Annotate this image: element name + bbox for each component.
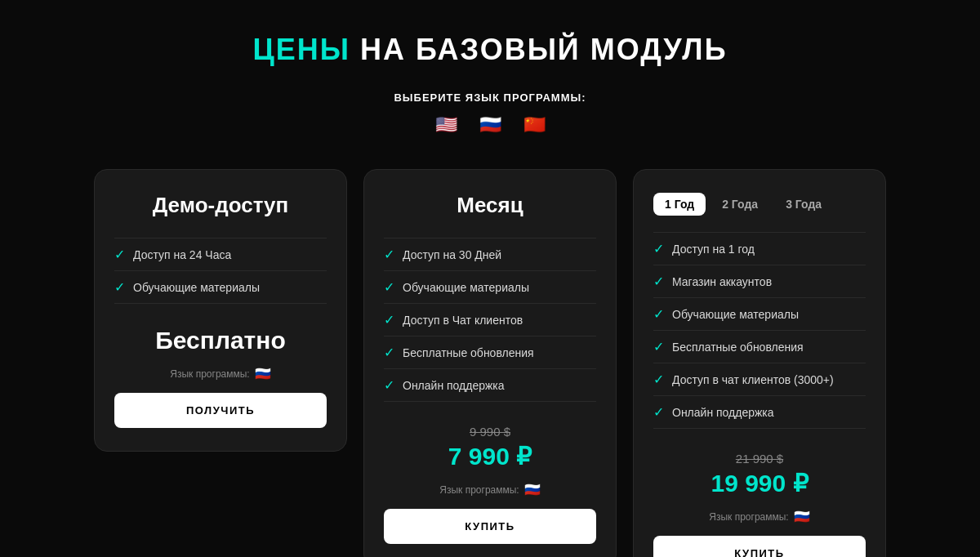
check-icon: ✓	[653, 241, 664, 256]
year-tabs: 1 Год 2 Года 3 Года	[653, 193, 866, 216]
cards-row: Демо-доступ ✓Доступ на 24 Часа ✓Обучающи…	[16, 169, 964, 557]
tab-2-years[interactable]: 2 Года	[710, 193, 769, 216]
list-item: ✓Доступ на 1 год	[653, 232, 866, 265]
demo-flag: 🇷🇺	[255, 366, 271, 381]
flag-ru[interactable]: 🇷🇺	[474, 114, 506, 136]
flag-us[interactable]: 🇺🇸	[430, 114, 462, 136]
check-icon: ✓	[114, 247, 125, 262]
check-icon: ✓	[384, 279, 394, 295]
year-features: ✓Доступ на 1 год ✓Магазин аккаунтов ✓Обу…	[653, 232, 866, 429]
list-item: ✓Доступ на 24 Часа	[114, 238, 327, 271]
demo-get-button[interactable]: ПОЛУЧИТЬ	[114, 393, 327, 428]
month-price-main: 7 990 ₽	[384, 442, 596, 470]
page-container: ЦЕНЫ НА БАЗОВЫЙ МОДУЛЬ ВЫБЕРИТЕ ЯЗЫК ПРО…	[0, 0, 980, 557]
month-features: ✓Доступ на 30 Дней ✓Обучающие материалы …	[384, 238, 596, 402]
demo-language-program: Язык программы: 🇷🇺	[114, 366, 327, 381]
month-flag: 🇷🇺	[524, 482, 541, 497]
card-demo: Демо-доступ ✓Доступ на 24 Часа ✓Обучающи…	[94, 169, 347, 452]
language-label: ВЫБЕРИТЕ ЯЗЫК ПРОГРАММЫ:	[16, 91, 964, 104]
year-price-old: 21 990 $	[653, 452, 866, 466]
title-highlight: ЦЕНЫ	[252, 33, 350, 66]
flag-cn[interactable]: 🇨🇳	[518, 114, 550, 136]
demo-features: ✓Доступ на 24 Часа ✓Обучающие материалы	[114, 238, 327, 304]
demo-price-free: Бесплатно	[114, 327, 327, 354]
tab-1-year[interactable]: 1 Год	[653, 193, 706, 216]
language-program-label: Язык программы:	[170, 368, 249, 380]
month-price-old: 9 990 $	[384, 425, 596, 439]
year-price-section: 21 990 $ 19 990 ₽	[653, 452, 866, 497]
month-buy-button[interactable]: КУПИТЬ	[384, 509, 596, 544]
language-program-label: Язык программы:	[439, 484, 519, 496]
list-item: ✓Обучающие материалы	[114, 271, 327, 304]
language-section: ВЫБЕРИТЕ ЯЗЫК ПРОГРАММЫ: 🇺🇸 🇷🇺 🇨🇳	[16, 91, 964, 136]
check-icon: ✓	[653, 404, 664, 420]
list-item: ✓Бесплатные обновления	[384, 336, 596, 369]
check-icon: ✓	[114, 279, 125, 295]
check-icon: ✓	[384, 345, 394, 360]
card-demo-title: Демо-доступ	[114, 193, 327, 218]
month-price-section: 9 990 $ 7 990 ₽	[384, 425, 596, 470]
card-month: Месяц ✓Доступ на 30 Дней ✓Обучающие мате…	[363, 169, 617, 557]
year-flag: 🇷🇺	[794, 509, 810, 524]
card-month-title: Месяц	[384, 193, 596, 218]
check-icon: ✓	[653, 274, 664, 289]
page-title: ЦЕНЫ НА БАЗОВЫЙ МОДУЛЬ	[16, 33, 964, 67]
list-item: ✓Онлайн поддержка	[384, 369, 596, 402]
list-item: ✓Магазин аккаунтов	[653, 265, 866, 298]
language-program-label: Язык программы:	[709, 511, 788, 523]
title-rest: НА БАЗОВЫЙ МОДУЛЬ	[350, 33, 727, 66]
list-item: ✓Обучающие материалы	[653, 298, 866, 331]
check-icon: ✓	[653, 339, 664, 354]
check-icon: ✓	[384, 312, 394, 328]
check-icon: ✓	[653, 306, 664, 322]
check-icon: ✓	[384, 377, 394, 393]
list-item: ✓Онлайн поддержка	[653, 396, 866, 429]
year-price-main: 19 990 ₽	[653, 469, 866, 497]
list-item: ✓Доступ в чат клиентов (3000+)	[653, 363, 866, 396]
check-icon: ✓	[384, 247, 394, 262]
check-icon: ✓	[653, 372, 664, 387]
list-item: ✓Доступ в Чат клиентов	[384, 304, 596, 336]
card-year: 1 Год 2 Года 3 Года ✓Доступ на 1 год ✓Ма…	[633, 169, 886, 557]
list-item: ✓Обучающие материалы	[384, 271, 596, 304]
flags-row: 🇺🇸 🇷🇺 🇨🇳	[16, 114, 964, 136]
year-language-program: Язык программы: 🇷🇺	[653, 509, 866, 524]
tab-3-years[interactable]: 3 Года	[774, 193, 833, 216]
demo-price-section: Бесплатно	[114, 327, 327, 354]
month-language-program: Язык программы: 🇷🇺	[384, 482, 596, 497]
list-item: ✓Бесплатные обновления	[653, 331, 866, 363]
list-item: ✓Доступ на 30 Дней	[384, 238, 596, 271]
year-buy-button[interactable]: КУПИТЬ	[653, 536, 866, 557]
